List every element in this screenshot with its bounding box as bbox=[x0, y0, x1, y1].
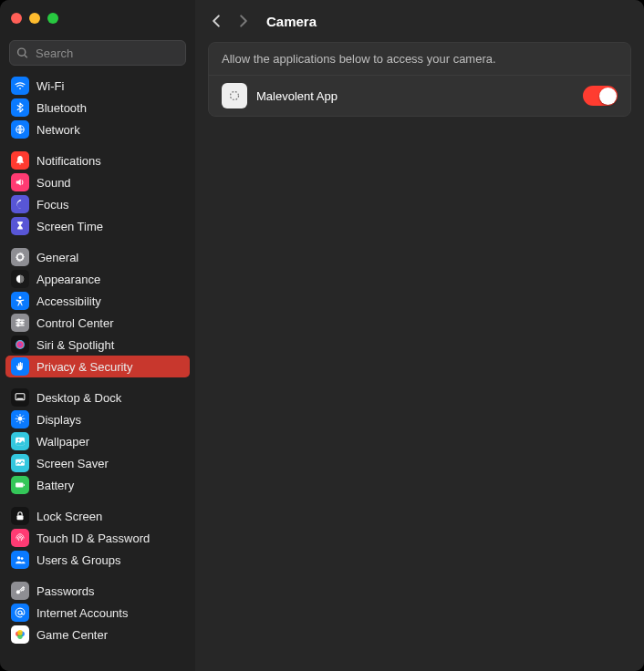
moon-icon bbox=[11, 195, 29, 213]
fingerprint-icon bbox=[11, 529, 29, 547]
sidebar-item-label: Users & Groups bbox=[36, 553, 120, 567]
sidebar-item-label: Privacy & Security bbox=[36, 360, 132, 374]
sidebar-item-label: General bbox=[36, 251, 78, 264]
sidebar-item-siri[interactable]: Siri & Spotlight bbox=[5, 334, 190, 356]
display-icon bbox=[11, 410, 29, 428]
svg-point-22 bbox=[17, 556, 21, 560]
wifi-icon bbox=[11, 77, 29, 95]
sidebar-item-control-center[interactable]: Control Center bbox=[5, 312, 190, 334]
close-window-button[interactable] bbox=[11, 13, 22, 24]
page-title: Camera bbox=[266, 14, 317, 29]
sidebar-item-label: Screen Saver bbox=[36, 457, 109, 470]
sidebar-item-notifications[interactable]: Notifications bbox=[5, 150, 190, 171]
svg-point-5 bbox=[19, 296, 22, 299]
sidebar-item-label: Screen Time bbox=[36, 220, 103, 233]
permission-toggle[interactable] bbox=[583, 86, 618, 106]
sidebar-group: GeneralAppearanceAccessibilityControl Ce… bbox=[5, 246, 190, 377]
back-button[interactable] bbox=[208, 13, 224, 29]
sidebar-item-focus[interactable]: Focus bbox=[5, 193, 190, 215]
svg-point-15 bbox=[18, 417, 23, 421]
search-container bbox=[0, 36, 195, 75]
sidebar-item-label: Sound bbox=[36, 176, 71, 190]
svg-point-23 bbox=[21, 557, 24, 560]
wallpaper-icon bbox=[11, 432, 29, 450]
sidebar-item-network[interactable]: Network bbox=[5, 119, 190, 140]
sidebar-item-label: Bluetooth bbox=[36, 101, 87, 115]
sidebar-item-wallpaper[interactable]: Wallpaper bbox=[5, 430, 190, 452]
bluetooth-icon bbox=[11, 98, 29, 117]
sidebar-group: Lock ScreenTouch ID & PasswordUsers & Gr… bbox=[5, 505, 190, 571]
bell-icon bbox=[11, 151, 29, 170]
sidebar-item-wifi[interactable]: Wi-Fi bbox=[5, 75, 190, 97]
svg-rect-21 bbox=[17, 515, 24, 520]
window-controls bbox=[0, 0, 195, 36]
search-input[interactable] bbox=[9, 40, 186, 66]
sidebar-item-label: Focus bbox=[36, 198, 68, 212]
svg-point-30 bbox=[231, 92, 239, 100]
sidebar-item-screen-saver[interactable]: Screen Saver bbox=[5, 452, 190, 474]
sidebar-item-touch-id[interactable]: Touch ID & Password bbox=[5, 527, 190, 549]
sidebar-item-label: Displays bbox=[36, 413, 81, 427]
svg-point-0 bbox=[18, 48, 26, 56]
gear-icon bbox=[11, 248, 29, 266]
sidebar-item-privacy[interactable]: Privacy & Security bbox=[5, 356, 190, 377]
svg-point-11 bbox=[17, 325, 19, 326]
sidebar-item-screen-time[interactable]: Screen Time bbox=[5, 215, 190, 237]
sidebar-group: PasswordsInternet AccountsGame Center bbox=[5, 580, 190, 645]
sidebar-group: NotificationsSoundFocusScreen Time bbox=[5, 150, 190, 237]
sidebar-item-internet-accounts[interactable]: Internet Accounts bbox=[5, 602, 190, 624]
sidebar-item-sound[interactable]: Sound bbox=[5, 171, 190, 193]
hourglass-icon bbox=[11, 217, 29, 235]
siri-icon bbox=[11, 336, 29, 354]
sidebar-item-appearance[interactable]: Appearance bbox=[5, 268, 190, 290]
sidebar-nav: Wi-FiBluetoothNetworkNotificationsSoundF… bbox=[0, 75, 195, 671]
minimize-window-button[interactable] bbox=[29, 13, 40, 24]
accessibility-icon bbox=[11, 292, 29, 310]
system-settings-window: Wi-FiBluetoothNetworkNotificationsSoundF… bbox=[0, 0, 644, 671]
hand-icon bbox=[11, 357, 29, 376]
sidebar-item-desktop-dock[interactable]: Desktop & Dock bbox=[5, 387, 190, 408]
sidebar-item-label: Accessibility bbox=[36, 294, 101, 308]
screensaver-icon bbox=[11, 454, 29, 472]
app-permission-row: Malevolent App bbox=[209, 76, 630, 116]
search-icon bbox=[16, 47, 28, 59]
network-icon bbox=[11, 120, 29, 139]
gamecenter-icon bbox=[11, 625, 29, 644]
sliders-icon bbox=[11, 314, 29, 332]
svg-point-10 bbox=[21, 322, 23, 324]
key-icon bbox=[11, 582, 29, 600]
at-icon bbox=[11, 604, 29, 622]
forward-button[interactable] bbox=[235, 13, 252, 29]
sound-icon bbox=[11, 173, 29, 191]
sidebar-item-game-center[interactable]: Game Center bbox=[5, 624, 190, 645]
sidebar: Wi-FiBluetoothNetworkNotificationsSoundF… bbox=[0, 0, 195, 671]
sidebar-item-accessibility[interactable]: Accessibility bbox=[5, 290, 190, 312]
sidebar-item-label: Appearance bbox=[36, 273, 100, 286]
svg-rect-19 bbox=[16, 483, 23, 488]
sidebar-item-label: Battery bbox=[36, 479, 74, 492]
sidebar-item-lock-screen[interactable]: Lock Screen bbox=[5, 505, 190, 527]
sidebar-item-passwords[interactable]: Passwords bbox=[5, 580, 190, 602]
svg-rect-20 bbox=[24, 484, 25, 486]
appearance-icon bbox=[11, 270, 29, 288]
sidebar-item-battery[interactable]: Battery bbox=[5, 474, 190, 496]
svg-point-12 bbox=[16, 340, 25, 349]
content-area: Camera Allow the applications below to a… bbox=[195, 0, 644, 671]
sidebar-item-bluetooth[interactable]: Bluetooth bbox=[5, 97, 190, 119]
toggle-knob bbox=[599, 88, 617, 105]
app-icon bbox=[222, 83, 247, 108]
sidebar-item-label: Lock Screen bbox=[36, 510, 102, 523]
sidebar-item-users-groups[interactable]: Users & Groups bbox=[5, 549, 190, 571]
battery-icon bbox=[11, 476, 29, 494]
lock-icon bbox=[11, 507, 29, 525]
sidebar-item-displays[interactable]: Displays bbox=[5, 408, 190, 430]
sidebar-item-label: Siri & Spotlight bbox=[36, 338, 114, 352]
dock-icon bbox=[11, 388, 29, 407]
app-name-label: Malevolent App bbox=[256, 89, 574, 103]
sidebar-item-general[interactable]: General bbox=[5, 246, 190, 268]
panel-description: Allow the applications below to access y… bbox=[209, 43, 630, 76]
svg-point-17 bbox=[18, 439, 20, 441]
svg-point-2 bbox=[19, 88, 21, 89]
maximize-window-button[interactable] bbox=[47, 13, 58, 24]
sidebar-item-label: Control Center bbox=[36, 316, 114, 330]
